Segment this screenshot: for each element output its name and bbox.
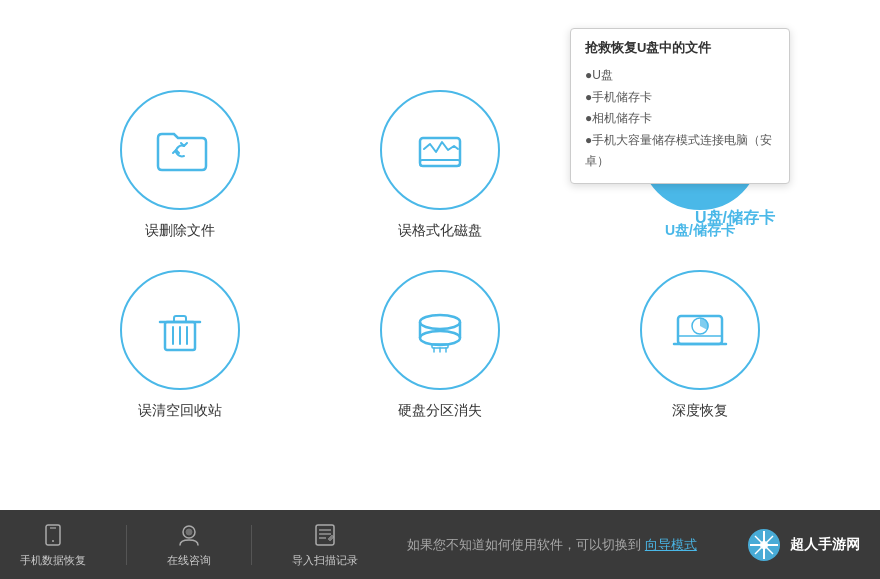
svg-point-29 [186, 529, 192, 535]
mobile-icon [39, 521, 67, 549]
grid-item-recycle[interactable]: 误清空回收站 [80, 270, 280, 420]
circle-format [380, 90, 500, 210]
circle-recycle [120, 270, 240, 390]
tooltip-title: 抢救恢复U盘中的文件 [585, 39, 775, 57]
svg-rect-3 [420, 160, 460, 166]
folder-recycle-icon [150, 120, 210, 180]
divider-2 [251, 525, 252, 565]
label-format: 误格式化磁盘 [398, 222, 482, 240]
bottom-center-text: 如果您不知道如何使用软件，可以切换到 向导模式 [358, 536, 746, 554]
grid-item-partition[interactable]: 硬盘分区消失 [340, 270, 540, 420]
svg-rect-2 [420, 138, 460, 166]
mobile-recovery-button[interactable]: 手机数据恢复 [20, 521, 86, 568]
circle-partition [380, 270, 500, 390]
grid-item-deep[interactable]: 深度恢复 [600, 270, 800, 420]
consult-icon [175, 521, 203, 549]
consult-label: 在线咨询 [167, 553, 211, 568]
label-delete: 误删除文件 [145, 222, 215, 240]
tooltip-item-1: ●U盘 [585, 65, 775, 87]
scan-button[interactable]: 导入扫描记录 [292, 521, 358, 568]
main-content: 抢救恢复U盘中的文件 ●U盘 ●手机储存卡 ●相机储存卡 ●手机大容量储存模式连… [0, 0, 880, 510]
svg-point-39 [760, 541, 768, 549]
trash-icon [150, 300, 210, 360]
svg-point-13 [420, 315, 460, 329]
circle-deep [640, 270, 760, 390]
scan-label: 导入扫描记录 [292, 553, 358, 568]
divider-1 [126, 525, 127, 565]
grid-item-delete[interactable]: 误删除文件 [80, 90, 280, 240]
help-text: 如果您不知道如何使用软件，可以切换到 [407, 537, 641, 552]
brand-area: 超人手游网 [746, 527, 860, 563]
label-deep: 深度恢复 [672, 402, 728, 420]
hdd-icon [410, 300, 470, 360]
circle-delete [120, 90, 240, 210]
label-recycle: 误清空回收站 [138, 402, 222, 420]
brand-name: 超人手游网 [790, 536, 860, 554]
svg-point-16 [420, 331, 460, 345]
grid-item-format[interactable]: 误格式化磁盘 [340, 90, 540, 240]
bottom-buttons: 手机数据恢复 在线咨询 [20, 521, 358, 568]
tooltip-item-2: ●手机储存卡 [585, 87, 775, 109]
tooltip-item-4: ●手机大容量储存模式连接电脑（安卓） [585, 130, 775, 173]
disk-wave-icon [410, 120, 470, 180]
svg-point-26 [52, 540, 54, 542]
guide-mode-link[interactable]: 向导模式 [645, 537, 697, 552]
consult-button[interactable]: 在线咨询 [167, 521, 211, 568]
bottom-toolbar: 手机数据恢复 在线咨询 [0, 510, 880, 579]
usb-storage-label[interactable]: U盘/储存卡 [695, 208, 775, 229]
brand-icon [746, 527, 782, 563]
tooltip-item-3: ●相机储存卡 [585, 108, 775, 130]
label-partition: 硬盘分区消失 [398, 402, 482, 420]
tooltip-popup: 抢救恢复U盘中的文件 ●U盘 ●手机储存卡 ●相机储存卡 ●手机大容量储存模式连… [570, 28, 790, 184]
laptop-pie-icon [670, 300, 730, 360]
mobile-recovery-label: 手机数据恢复 [20, 553, 86, 568]
scan-icon [311, 521, 339, 549]
